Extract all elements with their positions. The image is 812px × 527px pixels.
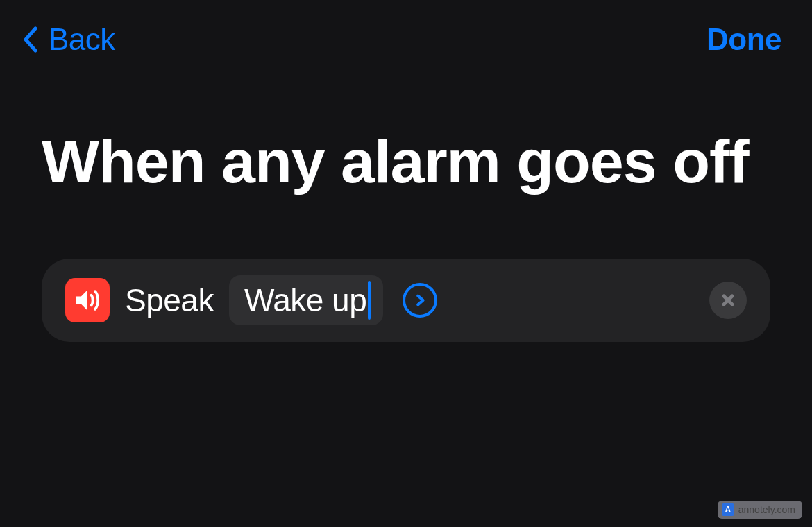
speak-text-value: Wake up <box>244 282 366 319</box>
back-button[interactable]: Back <box>19 22 115 57</box>
chevron-left-icon <box>19 24 40 55</box>
close-icon <box>720 292 736 309</box>
expand-button[interactable] <box>403 283 437 318</box>
watermark-logo: A <box>722 503 734 516</box>
text-caret <box>368 281 371 320</box>
action-card: Speak Wake up <box>42 259 770 342</box>
back-label: Back <box>49 22 115 57</box>
clear-button[interactable] <box>709 282 747 319</box>
speak-text-field[interactable]: Wake up <box>229 275 383 325</box>
speaker-icon <box>65 278 110 322</box>
done-label: Done <box>707 22 781 56</box>
speak-action-label: Speak <box>125 282 214 319</box>
nav-bar: Back Done <box>0 0 812 57</box>
page-title: When any alarm goes off <box>0 57 812 196</box>
watermark: A annotely.com <box>718 501 802 519</box>
watermark-text: annotely.com <box>738 504 795 515</box>
chevron-right-icon <box>412 293 428 308</box>
done-button[interactable]: Done <box>707 22 781 57</box>
